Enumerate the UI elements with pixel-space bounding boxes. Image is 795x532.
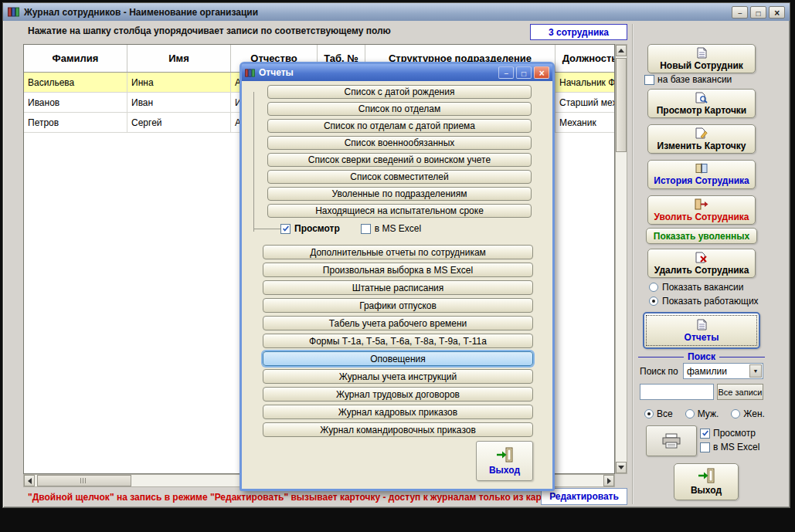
exit-button[interactable]: Выход bbox=[674, 463, 739, 500]
dismiss-door-icon bbox=[695, 198, 708, 210]
reports-dialog-titlebar[interactable]: Отчеты bbox=[242, 64, 552, 81]
maximize-button[interactable] bbox=[750, 6, 766, 19]
report-button[interactable]: Формы Т-1а, Т-5а, Т-6а, Т-8а, Т-9а, Т-11… bbox=[263, 334, 533, 348]
delete-employee-button[interactable]: Удалить Сотрудника bbox=[647, 249, 756, 278]
dismiss-employee-label: Уволить Сотрудника bbox=[654, 212, 749, 222]
report-button[interactable]: Журнал командировочных приказов bbox=[263, 422, 533, 437]
scroll-left-button[interactable] bbox=[24, 475, 35, 486]
dialog-journal-icon bbox=[245, 69, 255, 77]
gender-all-radio[interactable] bbox=[644, 409, 654, 418]
report-button[interactable]: Список сверки сведений о воинском учете bbox=[267, 153, 532, 167]
employee-history-button[interactable]: История Сотрудника bbox=[647, 160, 756, 189]
print-button[interactable] bbox=[646, 425, 697, 456]
sidebar-preview-row: Просмотр bbox=[700, 428, 756, 439]
search-field-select[interactable]: фамилии ▼ bbox=[683, 363, 763, 379]
sidebar-divider bbox=[632, 24, 634, 504]
all-records-button[interactable]: Все записи bbox=[717, 384, 763, 400]
scrollbar-corner bbox=[615, 474, 627, 487]
scroll-down-button[interactable] bbox=[616, 462, 627, 473]
column-header[interactable]: Имя bbox=[127, 45, 231, 72]
new-employee-button[interactable]: Новый Сотрудник bbox=[647, 44, 756, 73]
report-button[interactable]: Произвольная выборка в MS Excel bbox=[263, 263, 533, 277]
report-button[interactable]: Оповещения bbox=[263, 351, 533, 366]
tree-connector-line bbox=[253, 92, 254, 232]
gender-filter-row: Все Муж. Жен. bbox=[644, 408, 765, 419]
gender-all-label: Все bbox=[657, 408, 673, 419]
report-button[interactable]: Штатные расписания bbox=[263, 280, 533, 295]
edit-card-button[interactable]: Изменить Карточку bbox=[647, 124, 756, 154]
search-by-label: Поиск по bbox=[640, 366, 678, 377]
exit-door-icon bbox=[698, 468, 715, 483]
gender-female-radio[interactable] bbox=[731, 409, 740, 418]
dialog-close-button[interactable] bbox=[534, 66, 549, 79]
column-header[interactable]: Фамилия bbox=[24, 45, 127, 72]
chevron-down-icon[interactable]: ▼ bbox=[749, 364, 762, 378]
gender-male-radio[interactable] bbox=[685, 409, 695, 418]
reports-button[interactable]: Отчеты bbox=[643, 312, 760, 349]
show-dismissed-button[interactable]: Показать уволенных bbox=[646, 228, 757, 244]
report-button[interactable]: Находящиеся на испытательном сроке bbox=[267, 204, 532, 218]
report-button[interactable]: Список военнообязанных bbox=[267, 136, 532, 150]
dialog-title: Отчеты bbox=[259, 67, 294, 78]
view-card-button[interactable]: Просмотр Карточки bbox=[647, 89, 756, 118]
minimize-button[interactable] bbox=[732, 6, 748, 19]
report-button[interactable]: Графики отпусков bbox=[263, 298, 533, 313]
horizontal-scrollbar-thumb[interactable] bbox=[37, 475, 131, 486]
vertical-scrollbar-thumb[interactable] bbox=[616, 58, 627, 152]
table-cell: Петров bbox=[24, 113, 127, 132]
delete-card-icon bbox=[695, 252, 708, 263]
main-titlebar[interactable]: Журнал сотрудников - Наименование органи… bbox=[3, 3, 790, 21]
table-cell: Инна bbox=[127, 73, 231, 92]
dialog-maximize-button[interactable] bbox=[516, 66, 532, 79]
view-card-label: Просмотр Карточки bbox=[657, 105, 747, 116]
dialog-exit-door-icon bbox=[496, 447, 513, 463]
dismiss-employee-button[interactable]: Уволить Сотрудника bbox=[647, 195, 756, 225]
show-vacancies-radio[interactable] bbox=[649, 283, 658, 292]
show-vacancies-row: Показать вакансии bbox=[649, 282, 743, 293]
dialog-exit-button[interactable]: Выход bbox=[476, 441, 533, 481]
scroll-up-button[interactable] bbox=[616, 45, 627, 56]
edit-card-icon bbox=[695, 127, 708, 139]
sidebar-preview-label: Просмотр bbox=[713, 428, 756, 439]
close-button[interactable] bbox=[769, 6, 785, 19]
report-button[interactable]: Журнал кадровых приказов bbox=[263, 405, 533, 419]
report-button[interactable]: Дополнительные отчеты по сотрудникам bbox=[263, 245, 533, 259]
exit-label: Выход bbox=[691, 485, 722, 496]
dialog-preview-checkbox[interactable] bbox=[280, 224, 290, 234]
employee-history-label: История Сотрудника bbox=[654, 175, 749, 186]
vacancy-base-checkbox[interactable] bbox=[644, 75, 654, 85]
search-field-value: фамилии bbox=[684, 366, 749, 377]
gender-male-label: Муж. bbox=[698, 408, 719, 419]
report-button[interactable]: Уволенные по подразделениям bbox=[267, 187, 532, 201]
app-journal-icon bbox=[8, 7, 19, 17]
table-vertical-scrollbar[interactable] bbox=[615, 44, 627, 474]
scroll-right-button[interactable] bbox=[603, 475, 614, 486]
dialog-excel-checkbox[interactable] bbox=[361, 224, 371, 234]
report-button[interactable]: Список совместителей bbox=[267, 170, 532, 184]
sidebar-excel-checkbox[interactable] bbox=[700, 442, 710, 452]
column-header[interactable]: Должность bbox=[555, 45, 615, 72]
dialog-minimize-button[interactable] bbox=[498, 66, 514, 79]
report-button[interactable]: Журналы учета инструкций bbox=[263, 369, 533, 384]
table-cell: Иванов bbox=[24, 93, 127, 112]
reports-dialog-body: Список с датой рожденияСписок по отделам… bbox=[242, 81, 552, 489]
delete-employee-label: Удалить Сотрудника bbox=[654, 265, 749, 276]
search-input[interactable] bbox=[640, 384, 714, 400]
report-button[interactable]: Список с датой рождения bbox=[267, 85, 532, 99]
edit-card-label: Изменить Карточку bbox=[657, 141, 746, 151]
vacancy-base-label: на базе вакансии bbox=[657, 74, 732, 85]
history-book-icon bbox=[695, 163, 708, 174]
sidebar-excel-label: в MS Excel bbox=[713, 442, 759, 452]
dialog-preview-label: Просмотр bbox=[294, 223, 340, 234]
report-button[interactable]: Журнал трудовых договоров bbox=[263, 387, 533, 402]
sidebar-preview-checkbox[interactable] bbox=[700, 429, 710, 439]
reports-document-icon bbox=[697, 319, 707, 330]
double-click-hint: "Двойной щелчок" на запись в режиме "Ред… bbox=[28, 492, 567, 503]
report-button[interactable]: Табель учета рабочего времени bbox=[263, 316, 533, 330]
report-button[interactable]: Список по отделам с датой приема bbox=[267, 119, 532, 133]
show-working-row: Показать работающих bbox=[649, 296, 759, 307]
table-cell: Механик bbox=[555, 113, 615, 132]
report-button[interactable]: Список по отделам bbox=[267, 102, 532, 116]
show-working-label: Показать работающих bbox=[662, 296, 759, 307]
show-working-radio[interactable] bbox=[649, 296, 658, 306]
